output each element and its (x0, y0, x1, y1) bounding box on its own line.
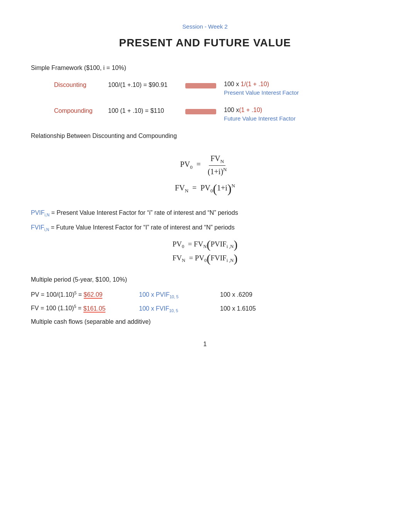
compounding-arrow (185, 107, 224, 114)
discounting-right-top: 100 x 1/(1 + .10) (224, 81, 379, 88)
compounding-right-sub: Future Value Interest Factor (224, 115, 379, 122)
compounding-equation: 100 (1 + .10) = $110 (108, 107, 185, 114)
pvif-acronym: PVIFi,N (31, 209, 49, 216)
compounding-right: 100 x(1 + .10) Future Value Interest Fac… (224, 107, 379, 122)
fv-col2: 100 x FVIF10, 5 (139, 305, 220, 313)
fv-col1: FV = 100 (1.10)5 = $161.05 (31, 304, 139, 312)
pv-denominator: (1+i)N (206, 166, 229, 176)
open-paren: ( (213, 182, 217, 195)
fvif-description-text: = Future Value Interest Factor for “I” r… (51, 224, 235, 231)
pv-col3: 100 x .6209 (220, 291, 379, 298)
multiple-period-label: Multiple period (5-year, $100, 10%) (31, 276, 379, 283)
multiple-cash-label: Multiple cash flows (separable and addit… (31, 318, 379, 325)
pv-col2: 100 x PVIF10, 5 (139, 291, 220, 299)
relationship-label: Relationship Between Discounting and Com… (31, 133, 379, 139)
discounting-label: Discounting (54, 81, 108, 88)
fv-value: $161.05 (83, 305, 106, 313)
pv-value: $62.09 (84, 291, 103, 299)
pv-pvif-formula: PV0 = FVN(PVIFi ,N) (31, 239, 379, 250)
fv-formula: FVN = PV0(1+i)N (175, 182, 235, 195)
pv-formula: PV0 = FVN (1+i)N (180, 154, 230, 176)
discounting-right: 100 x 1/(1 + .10) Present Value Interest… (224, 81, 379, 96)
centered-formulas-section: PV0 = FVN(PVIFi ,N) FVN = PV0(FVIFi ,N) (31, 239, 379, 265)
pvif-description-text: = Present Value Interest Factor for “i” … (51, 209, 238, 216)
compounding-right-top: 100 x(1 + .10) (224, 107, 379, 114)
pv-table-row: PV = 100/(1.10)5 = $62.09 100 x PVIF10, … (31, 291, 379, 299)
math-section-pv: PV0 = FVN (1+i)N FVN = PV0(1+i)N (31, 151, 379, 198)
pv-fraction: FVN (1+i)N (206, 154, 229, 176)
arrow-shape-discounting (185, 83, 216, 88)
discounting-row: Discounting 100/(1 +.10) = $90.91 100 x … (54, 81, 379, 96)
simple-framework-label: Simple Framework ($100, i = 10%) (31, 65, 379, 71)
session-title: Session - Week 2 (31, 23, 379, 30)
fvif-acronym: FVIFi,N (31, 224, 49, 231)
compounding-row: Compounding 100 (1 + .10) = $110 100 x(1… (54, 107, 379, 122)
pv-numerator: FVN (209, 154, 225, 166)
discounting-factor-highlight: 1/(1 + .10) (241, 81, 269, 87)
fv-table-row: FV = 100 (1.10)5 = $161.05 100 x FVIF10,… (31, 304, 379, 313)
page-number: 1 (31, 341, 379, 348)
discounting-equation: 100/(1 +.10) = $90.91 (108, 81, 185, 88)
fvif-description-line: FVIFi,N = Future Value Interest Factor f… (31, 224, 379, 232)
compounding-label: Compounding (54, 107, 108, 114)
main-title: PRESENT AND FUTURE VALUE (31, 37, 379, 49)
pv-col1: PV = 100/(1.10)5 = $62.09 (31, 291, 139, 298)
compounding-factor-highlight: (1 + .10) (239, 107, 262, 113)
arrow-shape-compounding (185, 109, 216, 114)
close-paren: ) (227, 182, 232, 195)
discounting-arrow (185, 81, 224, 88)
fv-col3: 100 x 1.6105 (220, 305, 379, 312)
pvif-description-line: PVIFi,N = Present Value Interest Factor … (31, 209, 379, 217)
fv-fvif-formula: FVN = PV0(FVIFi ,N) (31, 253, 379, 264)
discounting-right-sub: Present Value Interest Factor (224, 89, 379, 96)
